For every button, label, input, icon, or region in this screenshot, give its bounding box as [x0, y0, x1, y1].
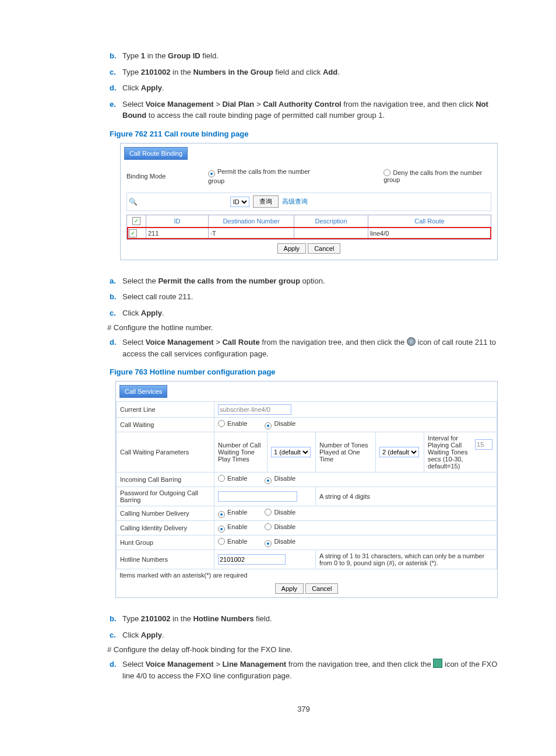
hash-note: # Configure the hotline number.	[107, 323, 498, 332]
step-text: Click Apply.	[122, 629, 498, 641]
col-dest[interactable]: Destination Number	[209, 215, 294, 227]
cid-label: Calling Identity Delivery	[117, 521, 214, 536]
step-text: Click Apply.	[122, 307, 498, 319]
cwp-b-select[interactable]: 2 (default	[379, 447, 419, 457]
route-table: ✓ ID Destination Number Description Call…	[126, 215, 491, 240]
hotline-input[interactable]	[218, 554, 286, 565]
steps-list-3: b.Type 2101002 in the Hotline Numbers fi…	[110, 613, 498, 640]
step-text: Select call route 211.	[122, 291, 498, 303]
cwp-b-label: Number of Tones Played at One Time	[316, 432, 376, 473]
cancel-button[interactable]: Cancel	[308, 243, 340, 254]
step-text: Select the Permit the calls from the num…	[122, 275, 498, 287]
table-row[interactable]: ✓ 211 ·T line4/0	[127, 227, 491, 239]
icb-disable[interactable]: Disable	[265, 475, 295, 482]
col-desc[interactable]: Description	[294, 215, 368, 227]
call-waiting-label: Call Waiting	[117, 418, 214, 432]
marker: c.	[110, 66, 122, 78]
binding-mode-label: Binding Mode	[126, 173, 208, 180]
search-button[interactable]: 查询	[253, 195, 279, 208]
cid-enable[interactable]: Enable	[218, 523, 247, 530]
cw-params-label: Call Waiting Parameters	[117, 432, 214, 473]
icb-label: Incoming Call Barring	[117, 473, 214, 487]
marker: b.	[110, 613, 122, 625]
cwp-a-select[interactable]: 1 (default	[271, 447, 311, 457]
tab-call-route-binding[interactable]: Call Route Binding	[124, 147, 188, 160]
step-text: Select Voice Management > Call Route fro…	[122, 337, 498, 359]
hg-enable[interactable]: Enable	[218, 538, 247, 545]
hg-label: Hunt Group	[117, 536, 214, 550]
call-services-panel: Call Services Current Line Call Waiting …	[115, 381, 498, 598]
pwd-input[interactable]	[218, 491, 297, 502]
cw-disable[interactable]: Disable	[265, 420, 295, 427]
cancel-button[interactable]: Cancel	[305, 583, 338, 594]
marker: d.	[110, 659, 122, 681]
search-icon: 🔍	[129, 198, 139, 206]
row-checkbox[interactable]: ✓	[129, 229, 137, 237]
call-route-binding-panel: Call Route Binding Binding Mode Permit t…	[120, 143, 498, 260]
cnd-enable[interactable]: Enable	[218, 509, 247, 516]
marker: d.	[110, 82, 122, 94]
pwd-label: Password for Outgoing Call Barring	[117, 487, 214, 506]
step-text: Select Voice Management > Dial Plan > Ca…	[122, 99, 498, 121]
cnd-disable[interactable]: Disable	[265, 509, 295, 516]
marker: c.	[110, 307, 122, 319]
step-text: Type 1 in the Group ID field.	[122, 50, 498, 62]
marker: c.	[110, 629, 122, 641]
marker: b.	[110, 50, 122, 62]
col-id[interactable]: ID	[146, 215, 209, 227]
step-text: Type 2101002 in the Numbers in the Group…	[122, 66, 498, 78]
hotline-label: Hotline Numbers	[117, 550, 214, 569]
radio-permit[interactable]: Permit the calls from the number group	[208, 168, 319, 184]
hg-disable[interactable]: Disable	[265, 538, 295, 545]
figure-caption: Figure 763 Hotline number configuration …	[110, 368, 498, 376]
tab-call-services[interactable]: Call Services	[119, 385, 167, 398]
required-note: Items marked with an asterisk(*) are req…	[116, 570, 497, 580]
steps-list-2: a.Select the Permit the calls from the n…	[110, 275, 498, 319]
current-line-label: Current Line	[117, 402, 214, 418]
pwd-hint: A string of 4 digits	[316, 487, 497, 506]
marker: b.	[110, 291, 122, 303]
hotline-hint: A string of 1 to 31 characters, which ca…	[316, 550, 497, 569]
apply-button[interactable]: Apply	[277, 243, 307, 254]
marker: d.	[110, 337, 122, 359]
apply-button[interactable]: Apply	[275, 583, 304, 594]
col-route[interactable]: Call Route	[368, 215, 491, 227]
select-all-checkbox[interactable]: ✓	[132, 217, 140, 225]
cwp-c-hint: secs (10-30, default=15)	[428, 456, 463, 470]
globe-icon	[407, 337, 416, 346]
cnd-label: Calling Number Delivery	[117, 506, 214, 521]
radio-deny[interactable]: Deny the calls from the number group	[383, 169, 491, 183]
hash-note: # Configure the delay off-hook binding f…	[107, 645, 498, 654]
cell-desc	[294, 227, 368, 239]
icb-enable[interactable]: Enable	[218, 475, 247, 482]
marker: a.	[110, 275, 122, 287]
advanced-search-link[interactable]: 高级查询	[282, 197, 308, 206]
step-text: Type 2101002 in the Hotline Numbers fiel…	[122, 613, 498, 625]
figure-caption: Figure 762 211 Call route binding page	[110, 130, 498, 138]
search-field-select[interactable]: ID	[230, 197, 249, 207]
cwp-c-label: Interval for Playing Call Waiting Tones	[428, 435, 473, 456]
cell-route: line4/0	[368, 227, 491, 239]
cw-enable[interactable]: Enable	[218, 420, 247, 427]
step-text: Select Voice Management > Line Managemen…	[122, 659, 498, 681]
cell-dest: ·T	[209, 227, 294, 239]
cell-id: 211	[146, 227, 209, 239]
current-line-input[interactable]	[218, 404, 291, 415]
edit-icon	[433, 659, 442, 668]
steps-list-1: b.Type 1 in the Group ID field. c.Type 2…	[110, 50, 498, 121]
cwp-a-label: Number of Call Waiting Tone Play Times	[214, 432, 268, 473]
cwp-c-input[interactable]	[475, 439, 492, 450]
page-number: 379	[110, 705, 498, 713]
step-text: Click Apply.	[122, 82, 498, 94]
cid-disable[interactable]: Disable	[265, 523, 295, 530]
marker: e.	[110, 99, 122, 121]
